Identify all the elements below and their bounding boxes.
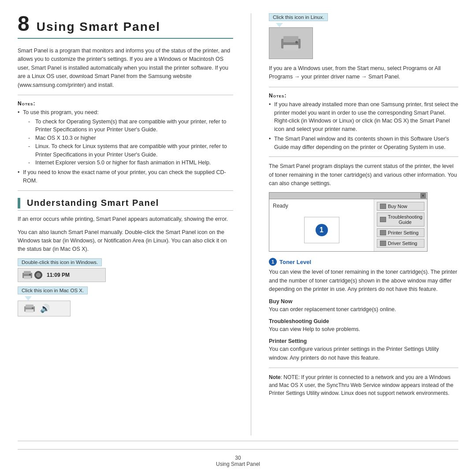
- printer-setting-button[interactable]: Printer Setting: [377, 228, 424, 237]
- taskbar-icons: [22, 270, 42, 280]
- right-column: Click this icon in Linux. If you are a W…: [251, 13, 458, 435]
- buy-now-icon: [380, 204, 386, 209]
- list-item: If you need to know the exact name of yo…: [18, 168, 233, 185]
- mac-icon-box: 🔊: [18, 301, 71, 316]
- notes-list-1: To use this program, you need: To check …: [18, 108, 233, 185]
- troubleshoot-desc: You can view Help to solve problems.: [269, 325, 458, 334]
- linux-illustration: Click this icon in Linux.: [269, 13, 458, 59]
- mac-illustration: Click this icon in Mac OS X. 🔊: [18, 286, 233, 316]
- sp-titlebar: ✕: [269, 193, 427, 199]
- overlay-icon: [34, 271, 42, 279]
- buy-now-button[interactable]: Buy Now: [377, 202, 424, 211]
- svg-point-11: [295, 41, 298, 44]
- windows-illustration: Double-click this icon in Windows.: [18, 258, 233, 282]
- svg-rect-6: [26, 309, 33, 312]
- svg-rect-1: [24, 271, 31, 274]
- callout-arrow: [25, 296, 32, 301]
- final-note: Note: NOTE: If your printer is connected…: [269, 373, 458, 397]
- printer-setting-heading: Printer Setting: [269, 338, 458, 344]
- printer-setting-label: Printer Setting: [388, 230, 419, 235]
- mac-printer-icon: [23, 304, 36, 313]
- sub-list: To check for Operating System(s) that ar…: [28, 118, 233, 167]
- sp-left-panel: Ready 1: [269, 199, 374, 251]
- toner-desc: You can view the level of toner remainin…: [269, 268, 458, 294]
- chapter-number: 8: [18, 13, 30, 34]
- chapter-header: 8 Using Smart Panel: [18, 13, 233, 39]
- troubleshoot-icon: [380, 217, 386, 222]
- notes-list-2: If you have already installed more than …: [269, 100, 458, 152]
- toner-section-heading: 1 Toner Level: [269, 258, 458, 266]
- list-item: Mac OS X 10.3 or higher: [28, 134, 233, 142]
- svg-point-3: [29, 274, 31, 275]
- panel-desc: The Smart Panel program displays the cur…: [269, 162, 458, 188]
- linux-label-callout: Click this icon in Linux.: [269, 13, 328, 27]
- linux-printer-icon: [280, 34, 302, 52]
- list-item: The Smart Panel window and its contents …: [269, 135, 458, 152]
- troubleshoot-heading: Troubleshooting Guide: [269, 318, 458, 324]
- notes-section-2: Notes: If you have already installed mor…: [269, 93, 458, 152]
- sp-status-text: Ready: [273, 203, 370, 209]
- printer-setting-icon: [380, 230, 386, 235]
- intro-paragraph: Smart Panel is a program that monitors a…: [18, 47, 233, 89]
- mac-label-callout: Click this icon in Mac OS X.: [18, 286, 88, 301]
- divider-r1: [269, 87, 458, 87]
- driver-setting-icon: [380, 241, 386, 246]
- divider-2: [18, 190, 233, 191]
- buy-now-label: Buy Now: [388, 204, 407, 209]
- sp-close-button[interactable]: ✕: [420, 193, 426, 198]
- taskbar-image: 11:09 PM: [18, 268, 106, 282]
- windows-label: Double-click this icon in Windows.: [18, 258, 102, 266]
- buy-now-heading: Buy Now: [269, 298, 458, 305]
- svg-rect-10: [283, 45, 298, 50]
- sp-toner-box: 1: [304, 217, 339, 243]
- notes-section-1: Notes: To use this program, you need: To…: [18, 100, 233, 185]
- footer-page-num: 30: [18, 455, 458, 461]
- mac-label: Click this icon in Mac OS X.: [18, 286, 88, 294]
- final-note-text: NOTE: If your printer is connected to a …: [269, 374, 454, 396]
- driver-setting-button[interactable]: Driver Setting: [377, 239, 424, 248]
- section-accent: [18, 198, 20, 208]
- list-item: To check for Operating System(s) that ar…: [28, 118, 233, 134]
- printer-icon: [22, 270, 33, 280]
- toner-number-icon: 1: [269, 258, 277, 266]
- sp-toner-area: 1: [273, 212, 370, 248]
- divider-r3: [269, 368, 458, 368]
- troubleshooting-button[interactable]: Troubleshooting Guide: [377, 212, 424, 227]
- list-item: To use this program, you need: To check …: [18, 108, 233, 167]
- linux-label: Click this icon in Linux.: [269, 13, 328, 21]
- driver-setting-label: Driver Setting: [388, 241, 417, 246]
- notes-label-1: Notes:: [18, 100, 233, 107]
- list-item: If you have already installed more than …: [269, 100, 458, 134]
- troubleshoot-label: Troubleshooting Guide: [388, 214, 422, 225]
- section2-text1: If an error occurs while printing, Smart…: [18, 215, 233, 223]
- linux-icon-box: [269, 27, 313, 59]
- linux-arrow: [276, 23, 283, 27]
- sp-right-panel: Buy Now Troubleshooting Guide Printer Se…: [374, 199, 427, 251]
- taskbar-time: 11:09 PM: [47, 272, 70, 278]
- speaker-icon: 🔊: [40, 304, 50, 313]
- list-item: Internet Explorer version 5.0 or higher …: [28, 159, 233, 167]
- divider-1: [18, 95, 233, 95]
- buy-now-desc: You can order replacement toner cartridg…: [269, 305, 458, 314]
- section-2-title: Understanding Smart Panel: [27, 198, 159, 208]
- section-2-heading: Understanding Smart Panel: [18, 198, 233, 211]
- left-column: 8 Using Smart Panel Smart Panel is a pro…: [18, 13, 251, 435]
- svg-rect-5: [26, 305, 33, 308]
- chapter-title: Using Smart Panel: [37, 20, 160, 34]
- svg-point-7: [32, 307, 33, 309]
- right-intro1: If you are a Windows user, from the Star…: [269, 64, 458, 82]
- section2-text2: You can also launch Smart Panel manually…: [18, 228, 233, 254]
- toner-circle-icon: 1: [316, 224, 328, 236]
- footer-label: Using Smart Panel: [18, 461, 458, 467]
- smart-panel-window: ✕ Ready 1 Buy Now: [269, 192, 428, 252]
- printer-setting-desc: You can configure various printer settin…: [269, 345, 458, 362]
- sp-body: Ready 1 Buy Now: [269, 199, 427, 251]
- footer-divider: [18, 449, 458, 450]
- svg-rect-2: [24, 276, 31, 279]
- page-footer: 30 Using Smart Panel: [18, 441, 458, 467]
- divider-r2: [269, 156, 458, 157]
- notes-label-2: Notes:: [269, 93, 458, 99]
- toner-section-title: Toner Level: [279, 259, 311, 265]
- list-item: Linux. To check for Linux systems that a…: [28, 142, 233, 159]
